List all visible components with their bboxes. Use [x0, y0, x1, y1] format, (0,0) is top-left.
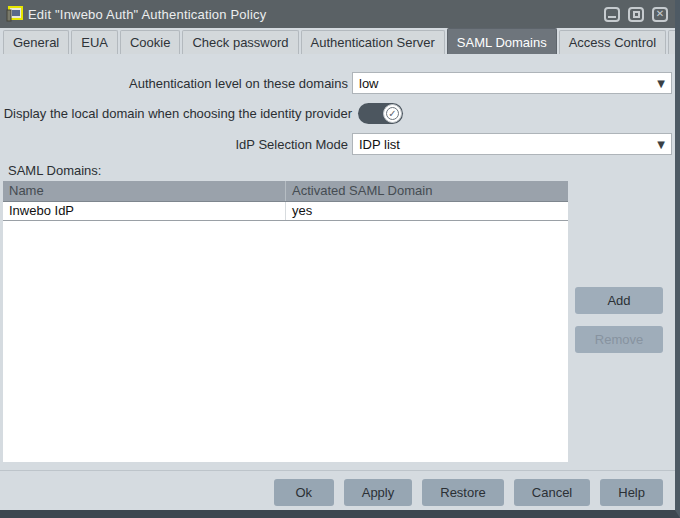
- check-icon: ✓: [386, 107, 399, 120]
- saml-domains-table: Name Activated SAML Domain Inwebo IdP ye…: [3, 181, 568, 462]
- saml-domains-caption: SAML Domains:: [8, 163, 101, 178]
- auth-level-value: low: [359, 76, 657, 91]
- tab-check-password[interactable]: Check password: [182, 30, 298, 54]
- tab-cookie[interactable]: Cookie: [120, 30, 180, 54]
- cancel-button[interactable]: Cancel: [514, 479, 590, 506]
- table-row[interactable]: Inwebo IdP yes: [3, 202, 568, 221]
- minimize-icon: [608, 16, 616, 18]
- minimize-button[interactable]: [604, 7, 620, 22]
- tab-request-manager[interactable]: Request Manager: [668, 30, 680, 54]
- display-local-domain-toggle[interactable]: ✓: [358, 103, 403, 124]
- restore-button-footer[interactable]: Restore: [422, 479, 504, 506]
- auth-level-select[interactable]: low ▼: [352, 72, 672, 94]
- tab-access-control[interactable]: Access Control: [559, 30, 666, 54]
- tab-bar: General EUA Cookie Check password Authen…: [3, 30, 680, 54]
- remove-button[interactable]: Remove: [575, 326, 663, 353]
- chevron-down-icon: ▼: [657, 78, 665, 89]
- window-controls: ✕: [604, 7, 674, 22]
- idp-selection-mode-select[interactable]: IDP list ▼: [352, 133, 672, 155]
- titlebar[interactable]: Edit "Inwebo Auth" Authentication Policy…: [0, 0, 680, 28]
- apply-button[interactable]: Apply: [344, 479, 413, 506]
- help-button[interactable]: Help: [600, 479, 663, 506]
- cell-name: Inwebo IdP: [3, 202, 286, 220]
- close-button[interactable]: ✕: [652, 7, 668, 22]
- tab-authentication-server[interactable]: Authentication Server: [301, 30, 445, 54]
- dialog-window: Edit "Inwebo Auth" Authentication Policy…: [0, 0, 680, 518]
- table-header-row: Name Activated SAML Domain: [3, 181, 568, 202]
- cell-activated: yes: [286, 202, 568, 220]
- tab-saml-domains[interactable]: SAML Domains: [447, 28, 557, 54]
- restore-button[interactable]: [628, 7, 644, 22]
- ok-button[interactable]: Ok: [274, 479, 334, 506]
- toggle-knob: ✓: [383, 104, 402, 123]
- idp-selection-mode-value: IDP list: [359, 137, 657, 152]
- footer-button-bar: Ok Apply Restore Cancel Help: [0, 479, 675, 506]
- tab-eua[interactable]: EUA: [71, 30, 118, 54]
- auth-level-label: Authentication level on these domains: [0, 76, 348, 91]
- idp-selection-mode-label: IdP Selection Mode: [0, 137, 348, 152]
- window-icon: [6, 6, 23, 23]
- column-header-name: Name: [3, 181, 286, 201]
- add-button[interactable]: Add: [575, 287, 663, 314]
- window-title: Edit "Inwebo Auth" Authentication Policy: [28, 7, 266, 22]
- tab-general[interactable]: General: [3, 30, 69, 54]
- chevron-down-icon: ▼: [657, 139, 665, 150]
- footer-divider: [0, 470, 675, 471]
- restore-icon: [633, 11, 640, 18]
- column-header-activated: Activated SAML Domain: [286, 181, 568, 201]
- display-local-domain-label: Display the local domain when choosing t…: [0, 106, 352, 121]
